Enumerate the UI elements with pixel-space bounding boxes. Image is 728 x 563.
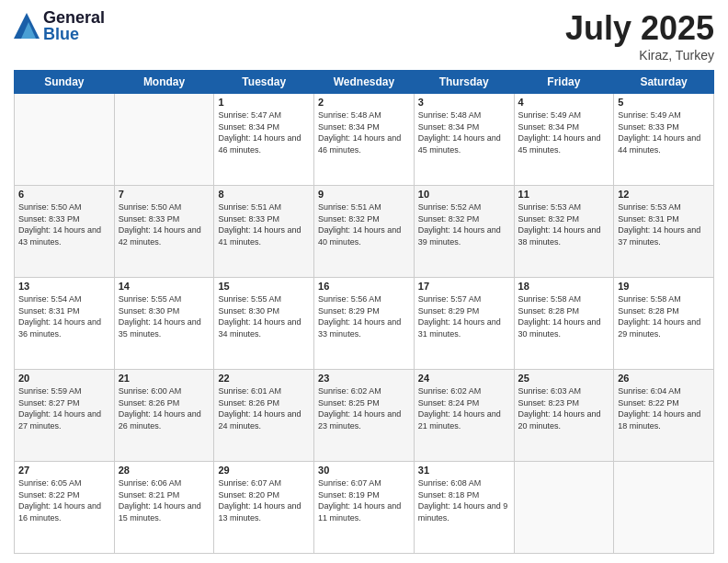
logo-blue: Blue [43,26,105,42]
day-info: Sunrise: 6:00 AM Sunset: 8:26 PM Dayligh… [119,385,210,431]
page: General Blue July 2025 Kiraz, Turkey Sun… [0,0,728,563]
logo-general: General [43,9,105,26]
calendar-cell: 14Sunrise: 5:55 AM Sunset: 8:30 PM Dayli… [114,278,214,370]
day-number: 4 [518,97,610,108]
day-number: 21 [119,373,210,384]
calendar-cell [514,462,614,554]
logo: General Blue [14,9,105,42]
calendar-cell: 15Sunrise: 5:55 AM Sunset: 8:30 PM Dayli… [214,278,314,370]
day-info: Sunrise: 6:07 AM Sunset: 8:19 PM Dayligh… [318,477,410,523]
day-number: 5 [618,97,710,108]
day-info: Sunrise: 5:55 AM Sunset: 8:30 PM Dayligh… [218,293,310,339]
calendar-cell: 16Sunrise: 5:56 AM Sunset: 8:29 PM Dayli… [314,278,415,370]
day-header-tuesday: Tuesday [214,71,314,94]
day-info: Sunrise: 6:03 AM Sunset: 8:23 PM Dayligh… [518,385,610,431]
day-number: 18 [518,281,610,292]
day-info: Sunrise: 5:51 AM Sunset: 8:33 PM Dayligh… [218,201,310,247]
day-info: Sunrise: 5:52 AM Sunset: 8:32 PM Dayligh… [418,201,510,247]
day-info: Sunrise: 5:48 AM Sunset: 8:34 PM Dayligh… [418,109,510,155]
day-number: 29 [218,465,310,476]
day-info: Sunrise: 5:53 AM Sunset: 8:31 PM Dayligh… [618,201,710,247]
day-info: Sunrise: 6:07 AM Sunset: 8:20 PM Dayligh… [218,477,310,523]
day-info: Sunrise: 5:58 AM Sunset: 8:28 PM Dayligh… [518,293,610,339]
calendar-cell: 7Sunrise: 5:50 AM Sunset: 8:33 PM Daylig… [114,186,214,278]
day-number: 20 [18,373,110,384]
day-number: 3 [418,97,510,108]
calendar-cell: 9Sunrise: 5:51 AM Sunset: 8:32 PM Daylig… [314,186,415,278]
day-header-wednesday: Wednesday [314,71,415,94]
calendar-cell: 4Sunrise: 5:49 AM Sunset: 8:34 PM Daylig… [514,94,614,186]
calendar-cell: 3Sunrise: 5:48 AM Sunset: 8:34 PM Daylig… [414,94,514,186]
location: Kiraz, Turkey [565,48,714,63]
week-row-2: 6Sunrise: 5:50 AM Sunset: 8:33 PM Daylig… [15,186,714,278]
calendar-cell: 24Sunrise: 6:02 AM Sunset: 8:24 PM Dayli… [414,370,514,462]
calendar-cell: 10Sunrise: 5:52 AM Sunset: 8:32 PM Dayli… [414,186,514,278]
day-number: 13 [18,281,110,292]
day-info: Sunrise: 5:53 AM Sunset: 8:32 PM Dayligh… [518,201,610,247]
day-info: Sunrise: 6:04 AM Sunset: 8:22 PM Dayligh… [618,385,710,431]
logo-text: General Blue [43,9,105,42]
day-number: 9 [318,189,410,200]
day-info: Sunrise: 5:50 AM Sunset: 8:33 PM Dayligh… [18,201,110,247]
day-info: Sunrise: 5:49 AM Sunset: 8:34 PM Dayligh… [518,109,610,155]
calendar-cell: 8Sunrise: 5:51 AM Sunset: 8:33 PM Daylig… [214,186,314,278]
calendar-cell: 1Sunrise: 5:47 AM Sunset: 8:34 PM Daylig… [214,94,314,186]
day-header-friday: Friday [514,71,614,94]
day-info: Sunrise: 5:48 AM Sunset: 8:34 PM Dayligh… [318,109,410,155]
day-info: Sunrise: 5:54 AM Sunset: 8:31 PM Dayligh… [18,293,110,339]
day-info: Sunrise: 6:01 AM Sunset: 8:26 PM Dayligh… [218,385,310,431]
day-number: 23 [318,373,410,384]
day-info: Sunrise: 5:59 AM Sunset: 8:27 PM Dayligh… [18,385,110,431]
day-info: Sunrise: 6:02 AM Sunset: 8:24 PM Dayligh… [418,385,510,431]
day-number: 12 [618,189,710,200]
month-title: July 2025 [565,9,714,48]
calendar-cell: 25Sunrise: 6:03 AM Sunset: 8:23 PM Dayli… [514,370,614,462]
day-number: 28 [119,465,210,476]
day-number: 14 [119,281,210,292]
calendar-header-row: SundayMondayTuesdayWednesdayThursdayFrid… [15,71,714,94]
calendar-cell: 13Sunrise: 5:54 AM Sunset: 8:31 PM Dayli… [15,278,115,370]
day-info: Sunrise: 5:57 AM Sunset: 8:29 PM Dayligh… [418,293,510,339]
day-header-monday: Monday [114,71,214,94]
calendar-cell: 11Sunrise: 5:53 AM Sunset: 8:32 PM Dayli… [514,186,614,278]
day-number: 7 [119,189,210,200]
day-number: 2 [318,97,410,108]
day-info: Sunrise: 5:55 AM Sunset: 8:30 PM Dayligh… [119,293,210,339]
week-row-4: 20Sunrise: 5:59 AM Sunset: 8:27 PM Dayli… [15,370,714,462]
day-info: Sunrise: 6:05 AM Sunset: 8:22 PM Dayligh… [18,477,110,523]
day-number: 26 [618,373,710,384]
day-info: Sunrise: 5:47 AM Sunset: 8:34 PM Dayligh… [218,109,310,155]
day-number: 15 [218,281,310,292]
calendar-cell: 23Sunrise: 6:02 AM Sunset: 8:25 PM Dayli… [314,370,415,462]
calendar-cell: 5Sunrise: 5:49 AM Sunset: 8:33 PM Daylig… [614,94,714,186]
calendar-cell: 12Sunrise: 5:53 AM Sunset: 8:31 PM Dayli… [614,186,714,278]
day-number: 10 [418,189,510,200]
day-header-thursday: Thursday [414,71,514,94]
day-number: 31 [418,465,510,476]
calendar-cell: 29Sunrise: 6:07 AM Sunset: 8:20 PM Dayli… [214,462,314,554]
calendar-cell: 28Sunrise: 6:06 AM Sunset: 8:21 PM Dayli… [114,462,214,554]
day-info: Sunrise: 5:56 AM Sunset: 8:29 PM Dayligh… [318,293,410,339]
title-block: July 2025 Kiraz, Turkey [565,9,714,63]
day-number: 30 [318,465,410,476]
week-row-1: 1Sunrise: 5:47 AM Sunset: 8:34 PM Daylig… [15,94,714,186]
day-number: 25 [518,373,610,384]
calendar-cell: 20Sunrise: 5:59 AM Sunset: 8:27 PM Dayli… [15,370,115,462]
day-header-saturday: Saturday [614,71,714,94]
calendar-cell: 6Sunrise: 5:50 AM Sunset: 8:33 PM Daylig… [15,186,115,278]
calendar-cell: 2Sunrise: 5:48 AM Sunset: 8:34 PM Daylig… [314,94,415,186]
calendar-cell [15,94,115,186]
day-number: 1 [218,97,310,108]
day-info: Sunrise: 5:51 AM Sunset: 8:32 PM Dayligh… [318,201,410,247]
day-number: 8 [218,189,310,200]
day-info: Sunrise: 6:02 AM Sunset: 8:25 PM Dayligh… [318,385,410,431]
day-info: Sunrise: 5:49 AM Sunset: 8:33 PM Dayligh… [618,109,710,155]
day-info: Sunrise: 6:08 AM Sunset: 8:18 PM Dayligh… [418,477,510,523]
calendar-cell: 30Sunrise: 6:07 AM Sunset: 8:19 PM Dayli… [314,462,415,554]
day-number: 17 [418,281,510,292]
day-info: Sunrise: 6:06 AM Sunset: 8:21 PM Dayligh… [119,477,210,523]
day-number: 11 [518,189,610,200]
calendar-cell: 31Sunrise: 6:08 AM Sunset: 8:18 PM Dayli… [414,462,514,554]
logo-icon [14,13,40,39]
calendar-cell: 18Sunrise: 5:58 AM Sunset: 8:28 PM Dayli… [514,278,614,370]
